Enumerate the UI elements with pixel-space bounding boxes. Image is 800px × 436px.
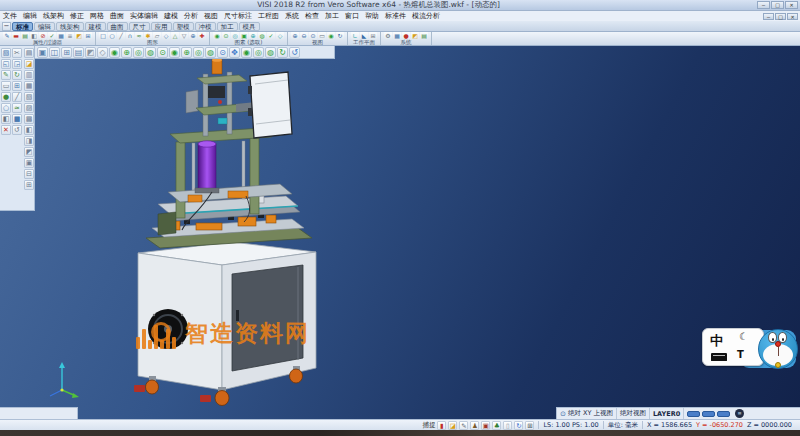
viewport-quad-icon[interactable]: ⊞ (61, 47, 72, 58)
ribbon-tab[interactable]: 建模 (85, 22, 106, 31)
moon-icon[interactable]: ☾ (739, 331, 748, 342)
diamond-icon[interactable]: ◇ (162, 32, 170, 40)
shade-view-icon[interactable]: ◉ (327, 32, 335, 40)
flag-icon[interactable]: ▮ (437, 421, 446, 430)
ime-toolbar[interactable]: 中 ☾ T (702, 326, 798, 374)
select-face-icon[interactable]: ◇ (276, 32, 284, 40)
menu-item[interactable]: 模流分析 (409, 11, 443, 21)
line-icon[interactable]: ╱ (12, 92, 22, 102)
fit-view-icon[interactable]: ◎ (253, 47, 264, 58)
cross-icon[interactable]: ✚ (198, 32, 206, 40)
menu-item[interactable]: 网格 (87, 11, 107, 21)
settings-icon[interactable]: ⚙ (384, 32, 392, 40)
doc-icon[interactable]: ▯ (503, 421, 512, 430)
solid-icon[interactable]: ■ (12, 114, 22, 124)
rotate-icon[interactable]: ↻ (12, 70, 22, 80)
edit-icon[interactable]: ✎ (459, 421, 468, 430)
3d-viewport[interactable] (0, 46, 800, 430)
mesh-panel-icon[interactable]: ▨ (24, 103, 34, 113)
window-cascade-icon[interactable]: ▤ (73, 47, 84, 58)
ribbon-tab[interactable]: 标准 (12, 22, 33, 31)
menu-item[interactable]: 帮助 (362, 11, 382, 21)
shade-mode-icon[interactable]: ◩ (85, 47, 96, 58)
window-control-button[interactable]: ✕ (785, 1, 798, 9)
pill-2[interactable] (702, 411, 715, 417)
arc-icon[interactable]: ∩ (126, 32, 134, 40)
ribbon-tab[interactable]: 尺寸 (129, 22, 150, 31)
dimetric-view-icon[interactable]: ◎ (193, 47, 204, 58)
menu-item[interactable]: 标准件 (382, 11, 409, 21)
view-indicator[interactable]: 绝对视图 (617, 408, 650, 419)
redraw-view-icon[interactable]: ↻ (277, 47, 288, 58)
refresh-icon[interactable]: ↻ (514, 421, 523, 430)
refresh-view-icon[interactable]: ↻ (336, 32, 344, 40)
snap-toggle[interactable]: 捕捉 (422, 421, 435, 430)
menu-item[interactable]: 检查 (302, 11, 322, 21)
measure-icon[interactable]: ▭ (1, 81, 11, 91)
keyboard-icon[interactable] (711, 353, 727, 361)
user-icon[interactable]: ♟ (470, 421, 479, 430)
ribbon-tab[interactable]: 线架构 (56, 22, 84, 31)
wireframe-mode-icon[interactable]: ◇ (97, 47, 108, 58)
cart-icon[interactable]: ▣ (481, 421, 490, 430)
snap-grid-icon[interactable]: ⊞ (12, 81, 22, 91)
line-color-icon[interactable]: ▬ (12, 32, 20, 40)
dense-panel-icon[interactable]: ▩ (24, 114, 34, 124)
menu-item[interactable]: 分析 (181, 11, 201, 21)
trimetric-view-icon[interactable]: ◍ (205, 47, 216, 58)
confirm-icon[interactable]: ✓ (267, 32, 275, 40)
select-point-icon[interactable]: ⊙ (222, 32, 230, 40)
triangle-down-icon[interactable]: ▽ (180, 32, 188, 40)
highlight-icon[interactable]: ◩ (75, 32, 83, 40)
corner-panel-icon[interactable]: ◩ (24, 147, 34, 157)
highlight-panel-icon[interactable]: ◪ (24, 59, 34, 69)
box-panel-icon[interactable]: ▣ (24, 158, 34, 168)
trim-icon[interactable]: ✂ (12, 48, 22, 58)
document-control-button[interactable]: ✕ (787, 13, 798, 20)
top-view-icon[interactable]: ⊕ (121, 47, 132, 58)
surface-icon[interactable]: ◧ (1, 114, 11, 124)
pen-style-icon[interactable]: ✎ (3, 32, 11, 40)
orbit-view-icon[interactable]: ◉ (241, 47, 252, 58)
ribbon-tab[interactable]: 曲面 (107, 22, 128, 31)
ime-panel[interactable]: 中 ☾ T (702, 328, 764, 366)
table-icon[interactable]: ⊞ (84, 32, 92, 40)
ribbon-tab[interactable]: 编辑 (34, 22, 55, 31)
viewport-single-icon[interactable]: ▣ (37, 47, 48, 58)
point-icon[interactable]: ● (1, 92, 11, 102)
hatch-panel-icon[interactable]: ▧ (24, 92, 34, 102)
menu-item[interactable]: 工程图 (255, 11, 282, 21)
ribbon-tab[interactable]: 应用 (151, 22, 172, 31)
layer-filter-icon[interactable]: ▤ (21, 32, 29, 40)
front-view-icon[interactable]: ◎ (133, 47, 144, 58)
menu-item[interactable]: 加工 (322, 11, 342, 21)
grid-panel-icon[interactable]: ▦ (24, 81, 34, 91)
menu-item[interactable]: 系统 (282, 11, 302, 21)
menu-item[interactable]: 视图 (201, 11, 221, 21)
list-filter-icon[interactable]: ≡ (66, 32, 74, 40)
zoom-window-icon[interactable]: ◱ (1, 59, 11, 69)
window-control-button[interactable]: ─ (757, 1, 770, 9)
ribbon-collapse-button[interactable]: − (2, 22, 11, 31)
previous-view-icon[interactable]: ↺ (289, 47, 300, 58)
back-view-icon[interactable]: ⊙ (157, 47, 168, 58)
layer-selector[interactable]: LAYER0 (650, 408, 684, 419)
menu-item[interactable]: 编辑 (20, 11, 40, 21)
grid-icon[interactable]: ⊞ (525, 421, 534, 430)
plus-panel-icon[interactable]: ⊞ (24, 180, 34, 190)
menu-item[interactable]: 修正 (67, 11, 87, 21)
point-icon[interactable]: ⊕ (189, 32, 197, 40)
spline-icon[interactable]: ≈ (135, 32, 143, 40)
ime-language-button[interactable]: 中 (710, 332, 723, 350)
status-menu-icon[interactable]: ≡ (735, 409, 744, 418)
zoom-out-icon[interactable]: ⊖ (300, 32, 308, 40)
menu-item[interactable]: 实体编辑 (127, 11, 161, 21)
undo-icon[interactable]: ↺ (12, 125, 22, 135)
curve-icon[interactable]: ≈ (12, 103, 22, 113)
document-control-button[interactable]: □ (775, 13, 786, 20)
document-control-button[interactable]: ─ (763, 13, 774, 20)
select-solid-icon[interactable]: ◉ (213, 32, 221, 40)
minus-panel-icon[interactable]: ⊟ (24, 169, 34, 179)
pan-view-icon[interactable]: ✥ (229, 47, 240, 58)
menu-item[interactable]: 文件 (0, 11, 20, 21)
